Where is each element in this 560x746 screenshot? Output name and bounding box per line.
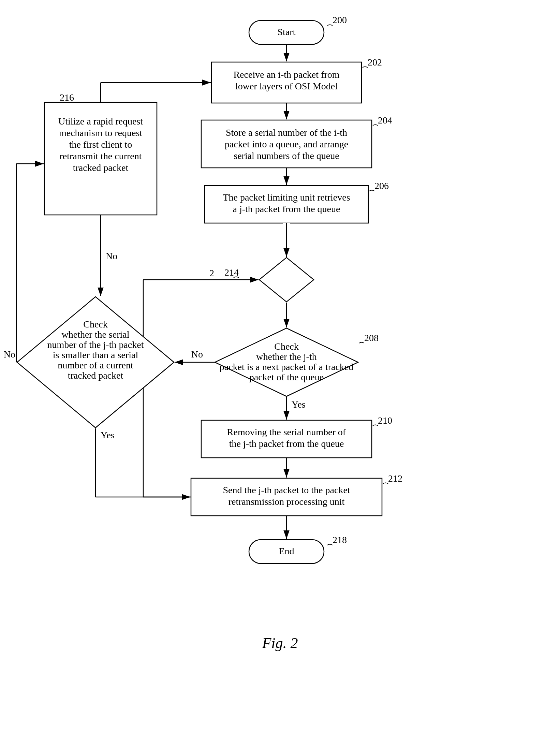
- step-206-line1: The packet limiting unit retrieves: [223, 192, 350, 203]
- label-212: 212: [388, 473, 402, 484]
- step-204-line3: serial numbers of the queue: [234, 150, 339, 161]
- serial-check-line5: number of a current: [58, 360, 133, 370]
- diamond-208-line4: packet of the queue: [249, 372, 324, 382]
- step-212-line1: Send the j-th packet to the packet: [223, 485, 350, 495]
- no-label-208: No: [191, 349, 203, 360]
- label-214-corrected: 214: [224, 267, 239, 278]
- label-218: 218: [333, 535, 347, 545]
- step-210-line1: Removing the serial number of: [227, 427, 346, 437]
- step-216-line5: tracked packet: [73, 162, 129, 173]
- label-200: 200: [333, 15, 347, 25]
- end-label: End: [279, 546, 294, 556]
- no-label-216: No: [106, 251, 117, 261]
- label-216: 216: [60, 92, 74, 103]
- step-216-line4: retransmit the current: [59, 151, 142, 161]
- diamond-208-line3: packet is a next packet of a tracked: [220, 362, 354, 372]
- serial-check-line3: number of the j-th packet: [47, 339, 144, 350]
- label-206: 206: [374, 180, 389, 191]
- serial-check-line2: whether the serial: [61, 329, 129, 340]
- diamond-208-line1: Check: [274, 341, 299, 352]
- yes-label-208: Yes: [292, 399, 306, 410]
- step-204-line1: Store a serial number of the i-th: [226, 127, 347, 138]
- serial-check-line1: Check: [83, 319, 108, 330]
- figure-label: Fig. 2: [262, 635, 298, 652]
- step-210-line2: the j-th packet from the queue: [229, 438, 344, 449]
- yes-label-serial: Yes: [101, 430, 115, 440]
- serial-check-line6: tracked packet: [68, 370, 123, 381]
- no-label-serial: No: [4, 349, 15, 360]
- step-216-line1: Utilize a rapid request: [58, 116, 143, 127]
- step-202-line2: lower layers of OSI Model: [235, 81, 338, 91]
- step-216-line2: mechanism to request: [59, 128, 142, 138]
- step-202-line1: Receive an i-th packet from: [234, 69, 340, 80]
- label-208: 208: [364, 333, 379, 343]
- start-label: Start: [278, 27, 296, 37]
- serial-check-line4: is smaller than a serial: [53, 350, 138, 360]
- diagram-container: Start 200 Receive an i-th packet from lo…: [0, 0, 560, 746]
- label-202: 202: [368, 57, 382, 68]
- label-210: 210: [378, 415, 392, 426]
- step-206-line2: a j-th packet from the queue: [233, 204, 340, 214]
- label-204: 204: [378, 115, 392, 126]
- diamond-208-line2: whether the j-th: [256, 351, 316, 362]
- step-204-line2: packet into a queue, and arrange: [225, 139, 348, 149]
- step-212-line2: retransmission processing unit: [229, 496, 345, 507]
- step-216-line3: the first client to: [69, 139, 132, 150]
